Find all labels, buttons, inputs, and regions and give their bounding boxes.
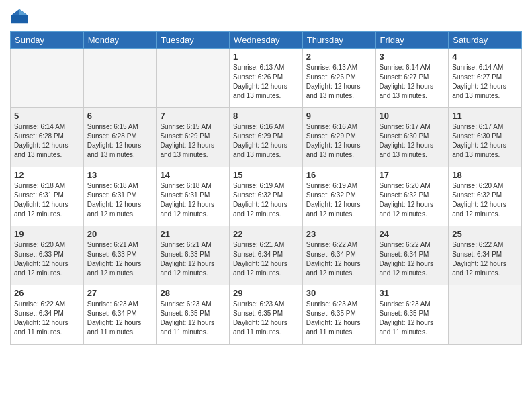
calendar-cell: 29Sunrise: 6:23 AMSunset: 6:35 PMDayligh… [230,285,303,345]
day-info: Sunrise: 6:18 AMSunset: 6:31 PMDaylight:… [160,181,226,219]
day-info: Sunrise: 6:17 AMSunset: 6:30 PMDaylight:… [452,122,518,160]
calendar-header-row: Sunday Monday Tuesday Wednesday Thursday… [11,32,522,49]
day-number: 21 [160,229,226,239]
day-number: 17 [380,170,445,180]
calendar-cell [83,49,157,108]
calendar-cell [449,285,522,345]
calendar-cell: 23Sunrise: 6:22 AMSunset: 6:34 PMDayligh… [302,226,375,285]
calendar-cell: 18Sunrise: 6:20 AMSunset: 6:32 PMDayligh… [449,167,522,226]
logo [10,7,32,26]
day-number: 23 [306,229,372,239]
svg-marker-1 [19,9,28,15]
calendar-cell: 5Sunrise: 6:14 AMSunset: 6:28 PMDaylight… [11,108,84,167]
day-number: 26 [14,288,80,298]
day-number: 22 [233,229,299,239]
day-info: Sunrise: 6:22 AMSunset: 6:34 PMDaylight:… [306,240,372,278]
day-info: Sunrise: 6:19 AMSunset: 6:32 PMDaylight:… [306,181,372,219]
calendar-cell: 3Sunrise: 6:14 AMSunset: 6:27 PMDaylight… [375,49,449,108]
day-info: Sunrise: 6:21 AMSunset: 6:34 PMDaylight:… [233,240,299,278]
day-info: Sunrise: 6:14 AMSunset: 6:28 PMDaylight:… [14,122,80,160]
calendar-cell: 25Sunrise: 6:22 AMSunset: 6:34 PMDayligh… [449,226,522,285]
day-number: 27 [87,288,153,298]
day-info: Sunrise: 6:23 AMSunset: 6:35 PMDaylight:… [380,300,445,337]
calendar-cell: 19Sunrise: 6:20 AMSunset: 6:33 PMDayligh… [11,226,84,285]
calendar-cell [11,49,84,108]
calendar-cell: 15Sunrise: 6:19 AMSunset: 6:32 PMDayligh… [230,167,303,226]
header-friday: Friday [375,32,449,49]
header-thursday: Thursday [302,32,375,49]
day-number: 25 [452,229,518,239]
day-info: Sunrise: 6:22 AMSunset: 6:34 PMDaylight:… [380,240,445,278]
day-info: Sunrise: 6:14 AMSunset: 6:27 PMDaylight:… [380,63,445,101]
calendar-cell: 28Sunrise: 6:23 AMSunset: 6:35 PMDayligh… [157,285,230,345]
day-number: 16 [306,170,372,180]
day-info: Sunrise: 6:23 AMSunset: 6:34 PMDaylight:… [87,300,153,337]
day-number: 30 [306,288,372,298]
day-number: 6 [87,111,153,121]
day-number: 12 [14,170,80,180]
calendar-cell: 6Sunrise: 6:15 AMSunset: 6:28 PMDaylight… [83,108,157,167]
calendar-cell: 31Sunrise: 6:23 AMSunset: 6:35 PMDayligh… [375,285,449,345]
day-info: Sunrise: 6:15 AMSunset: 6:28 PMDaylight:… [87,122,153,160]
day-number: 24 [380,229,445,239]
day-number: 7 [160,111,226,121]
calendar-cell: 30Sunrise: 6:23 AMSunset: 6:35 PMDayligh… [302,285,375,345]
day-info: Sunrise: 6:22 AMSunset: 6:34 PMDaylight:… [14,300,80,337]
calendar-cell: 9Sunrise: 6:16 AMSunset: 6:29 PMDaylight… [302,108,375,167]
day-number: 8 [233,111,299,121]
header-wednesday: Wednesday [230,32,303,49]
calendar-cell: 26Sunrise: 6:22 AMSunset: 6:34 PMDayligh… [11,285,84,345]
calendar-cell: 4Sunrise: 6:14 AMSunset: 6:27 PMDaylight… [449,49,522,108]
day-number: 4 [452,52,518,62]
day-number: 18 [452,170,518,180]
page: Sunday Monday Tuesday Wednesday Thursday… [0,0,532,411]
day-info: Sunrise: 6:20 AMSunset: 6:32 PMDaylight:… [380,181,445,219]
calendar-cell: 7Sunrise: 6:15 AMSunset: 6:29 PMDaylight… [157,108,230,167]
calendar-table: Sunday Monday Tuesday Wednesday Thursday… [10,31,522,345]
day-info: Sunrise: 6:20 AMSunset: 6:33 PMDaylight:… [14,240,80,278]
calendar-week-row: 5Sunrise: 6:14 AMSunset: 6:28 PMDaylight… [11,108,522,167]
day-number: 15 [233,170,299,180]
day-info: Sunrise: 6:13 AMSunset: 6:26 PMDaylight:… [233,63,299,101]
calendar-cell: 16Sunrise: 6:19 AMSunset: 6:32 PMDayligh… [302,167,375,226]
header-tuesday: Tuesday [157,32,230,49]
calendar-cell: 10Sunrise: 6:17 AMSunset: 6:30 PMDayligh… [375,108,449,167]
calendar-cell: 17Sunrise: 6:20 AMSunset: 6:32 PMDayligh… [375,167,449,226]
day-number: 31 [380,288,445,298]
day-info: Sunrise: 6:18 AMSunset: 6:31 PMDaylight:… [14,181,80,219]
header-monday: Monday [83,32,157,49]
calendar-week-row: 26Sunrise: 6:22 AMSunset: 6:34 PMDayligh… [11,285,522,345]
calendar-week-row: 12Sunrise: 6:18 AMSunset: 6:31 PMDayligh… [11,167,522,226]
day-info: Sunrise: 6:23 AMSunset: 6:35 PMDaylight:… [233,300,299,337]
day-number: 10 [380,111,445,121]
day-number: 14 [160,170,226,180]
calendar-cell: 22Sunrise: 6:21 AMSunset: 6:34 PMDayligh… [230,226,303,285]
day-number: 29 [233,288,299,298]
day-number: 28 [160,288,226,298]
calendar-cell: 27Sunrise: 6:23 AMSunset: 6:34 PMDayligh… [83,285,157,345]
calendar-cell: 20Sunrise: 6:21 AMSunset: 6:33 PMDayligh… [83,226,157,285]
day-info: Sunrise: 6:22 AMSunset: 6:34 PMDaylight:… [452,240,518,278]
calendar-cell: 8Sunrise: 6:16 AMSunset: 6:29 PMDaylight… [230,108,303,167]
day-info: Sunrise: 6:15 AMSunset: 6:29 PMDaylight:… [160,122,226,160]
calendar-cell: 1Sunrise: 6:13 AMSunset: 6:26 PMDaylight… [230,49,303,108]
day-info: Sunrise: 6:13 AMSunset: 6:26 PMDaylight:… [306,63,372,101]
day-number: 13 [87,170,153,180]
calendar-cell [157,49,230,108]
day-info: Sunrise: 6:19 AMSunset: 6:32 PMDaylight:… [233,181,299,219]
day-info: Sunrise: 6:23 AMSunset: 6:35 PMDaylight:… [160,300,226,337]
day-number: 1 [233,52,299,62]
calendar-cell: 12Sunrise: 6:18 AMSunset: 6:31 PMDayligh… [11,167,84,226]
day-info: Sunrise: 6:14 AMSunset: 6:27 PMDaylight:… [452,63,518,101]
day-number: 3 [380,52,445,62]
day-info: Sunrise: 6:16 AMSunset: 6:29 PMDaylight:… [233,122,299,160]
day-info: Sunrise: 6:21 AMSunset: 6:33 PMDaylight:… [87,240,153,278]
svg-marker-2 [11,9,19,15]
calendar-cell: 24Sunrise: 6:22 AMSunset: 6:34 PMDayligh… [375,226,449,285]
day-info: Sunrise: 6:23 AMSunset: 6:35 PMDaylight:… [306,300,372,337]
day-info: Sunrise: 6:16 AMSunset: 6:29 PMDaylight:… [306,122,372,160]
calendar-cell: 13Sunrise: 6:18 AMSunset: 6:31 PMDayligh… [83,167,157,226]
calendar-cell: 2Sunrise: 6:13 AMSunset: 6:26 PMDaylight… [302,49,375,108]
calendar-cell: 14Sunrise: 6:18 AMSunset: 6:31 PMDayligh… [157,167,230,226]
day-number: 11 [452,111,518,121]
